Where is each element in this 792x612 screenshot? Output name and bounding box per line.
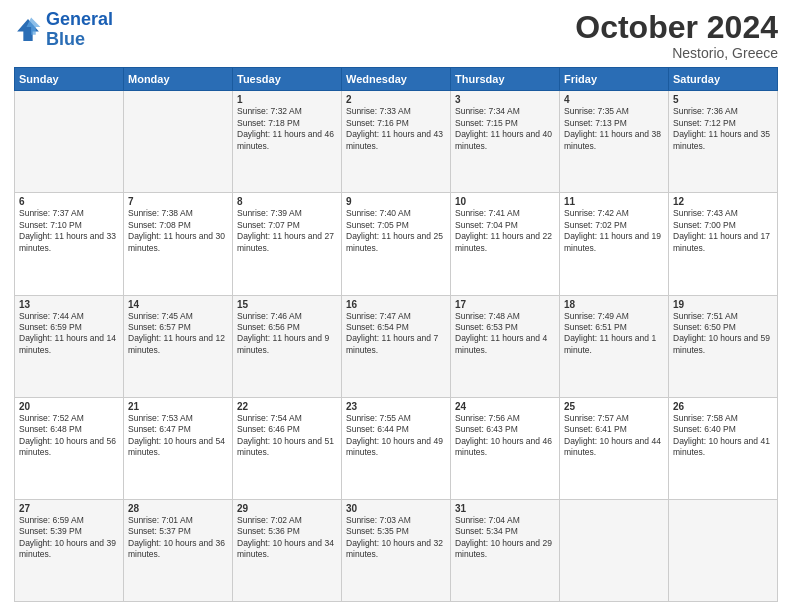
table-row: 1 Sunrise: 7:32 AMSunset: 7:18 PMDayligh…: [15, 91, 778, 193]
header-row: Sunday Monday Tuesday Wednesday Thursday…: [15, 68, 778, 91]
day-number: 14: [128, 299, 228, 310]
table-cell: 9 Sunrise: 7:40 AMSunset: 7:05 PMDayligh…: [342, 193, 451, 295]
day-number: 4: [564, 94, 664, 105]
day-number: 2: [346, 94, 446, 105]
sunrise-text: Sunrise: 7:53 AMSunset: 6:47 PMDaylight:…: [128, 413, 225, 457]
day-number: 31: [455, 503, 555, 514]
day-number: 17: [455, 299, 555, 310]
sunrise-text: Sunrise: 7:44 AMSunset: 6:59 PMDaylight:…: [19, 311, 116, 355]
logo-line2: Blue: [46, 29, 85, 49]
table-cell: 19 Sunrise: 7:51 AMSunset: 6:50 PMDaylig…: [669, 295, 778, 397]
sunrise-text: Sunrise: 7:47 AMSunset: 6:54 PMDaylight:…: [346, 311, 438, 355]
sunrise-text: Sunrise: 7:32 AMSunset: 7:18 PMDaylight:…: [237, 106, 334, 150]
day-number: 16: [346, 299, 446, 310]
table-row: 13 Sunrise: 7:44 AMSunset: 6:59 PMDaylig…: [15, 295, 778, 397]
table-cell: 15 Sunrise: 7:46 AMSunset: 6:56 PMDaylig…: [233, 295, 342, 397]
table-cell: 10 Sunrise: 7:41 AMSunset: 7:04 PMDaylig…: [451, 193, 560, 295]
table-cell: 24 Sunrise: 7:56 AMSunset: 6:43 PMDaylig…: [451, 397, 560, 499]
sunrise-text: Sunrise: 7:38 AMSunset: 7:08 PMDaylight:…: [128, 208, 225, 252]
sunrise-text: Sunrise: 6:59 AMSunset: 5:39 PMDaylight:…: [19, 515, 116, 559]
table-cell: 4 Sunrise: 7:35 AMSunset: 7:13 PMDayligh…: [560, 91, 669, 193]
table-row: 6 Sunrise: 7:37 AMSunset: 7:10 PMDayligh…: [15, 193, 778, 295]
month-title: October 2024: [575, 10, 778, 45]
table-cell: 22 Sunrise: 7:54 AMSunset: 6:46 PMDaylig…: [233, 397, 342, 499]
day-number: 26: [673, 401, 773, 412]
day-number: 8: [237, 196, 337, 207]
table-cell: 31 Sunrise: 7:04 AMSunset: 5:34 PMDaylig…: [451, 499, 560, 601]
sunrise-text: Sunrise: 7:57 AMSunset: 6:41 PMDaylight:…: [564, 413, 661, 457]
col-friday: Friday: [560, 68, 669, 91]
table-cell: [124, 91, 233, 193]
sunrise-text: Sunrise: 7:56 AMSunset: 6:43 PMDaylight:…: [455, 413, 552, 457]
sunrise-text: Sunrise: 7:34 AMSunset: 7:15 PMDaylight:…: [455, 106, 552, 150]
logo: General Blue: [14, 10, 113, 50]
table-cell: 11 Sunrise: 7:42 AMSunset: 7:02 PMDaylig…: [560, 193, 669, 295]
table-cell: 5 Sunrise: 7:36 AMSunset: 7:12 PMDayligh…: [669, 91, 778, 193]
col-monday: Monday: [124, 68, 233, 91]
table-cell: 28 Sunrise: 7:01 AMSunset: 5:37 PMDaylig…: [124, 499, 233, 601]
day-number: 7: [128, 196, 228, 207]
table-cell: 25 Sunrise: 7:57 AMSunset: 6:41 PMDaylig…: [560, 397, 669, 499]
day-number: 28: [128, 503, 228, 514]
day-number: 13: [19, 299, 119, 310]
day-number: 19: [673, 299, 773, 310]
sunrise-text: Sunrise: 7:48 AMSunset: 6:53 PMDaylight:…: [455, 311, 547, 355]
col-tuesday: Tuesday: [233, 68, 342, 91]
table-cell: 12 Sunrise: 7:43 AMSunset: 7:00 PMDaylig…: [669, 193, 778, 295]
sunrise-text: Sunrise: 7:41 AMSunset: 7:04 PMDaylight:…: [455, 208, 552, 252]
title-block: October 2024 Nestorio, Greece: [575, 10, 778, 61]
col-saturday: Saturday: [669, 68, 778, 91]
day-number: 5: [673, 94, 773, 105]
table-cell: [560, 499, 669, 601]
day-number: 21: [128, 401, 228, 412]
sunrise-text: Sunrise: 7:46 AMSunset: 6:56 PMDaylight:…: [237, 311, 329, 355]
day-number: 27: [19, 503, 119, 514]
day-number: 29: [237, 503, 337, 514]
day-number: 18: [564, 299, 664, 310]
table-cell: 13 Sunrise: 7:44 AMSunset: 6:59 PMDaylig…: [15, 295, 124, 397]
table-cell: 26 Sunrise: 7:58 AMSunset: 6:40 PMDaylig…: [669, 397, 778, 499]
table-cell: 6 Sunrise: 7:37 AMSunset: 7:10 PMDayligh…: [15, 193, 124, 295]
sunrise-text: Sunrise: 7:58 AMSunset: 6:40 PMDaylight:…: [673, 413, 770, 457]
sunrise-text: Sunrise: 7:51 AMSunset: 6:50 PMDaylight:…: [673, 311, 770, 355]
sunrise-text: Sunrise: 7:49 AMSunset: 6:51 PMDaylight:…: [564, 311, 656, 355]
day-number: 3: [455, 94, 555, 105]
sunrise-text: Sunrise: 7:39 AMSunset: 7:07 PMDaylight:…: [237, 208, 334, 252]
table-cell: 20 Sunrise: 7:52 AMSunset: 6:48 PMDaylig…: [15, 397, 124, 499]
table-cell: [15, 91, 124, 193]
table-cell: 14 Sunrise: 7:45 AMSunset: 6:57 PMDaylig…: [124, 295, 233, 397]
day-number: 22: [237, 401, 337, 412]
day-number: 10: [455, 196, 555, 207]
day-number: 30: [346, 503, 446, 514]
table-cell: 3 Sunrise: 7:34 AMSunset: 7:15 PMDayligh…: [451, 91, 560, 193]
sunrise-text: Sunrise: 7:02 AMSunset: 5:36 PMDaylight:…: [237, 515, 334, 559]
col-thursday: Thursday: [451, 68, 560, 91]
sunrise-text: Sunrise: 7:55 AMSunset: 6:44 PMDaylight:…: [346, 413, 443, 457]
sunrise-text: Sunrise: 7:42 AMSunset: 7:02 PMDaylight:…: [564, 208, 661, 252]
table-row: 27 Sunrise: 6:59 AMSunset: 5:39 PMDaylig…: [15, 499, 778, 601]
day-number: 12: [673, 196, 773, 207]
table-cell: [669, 499, 778, 601]
table-cell: 30 Sunrise: 7:03 AMSunset: 5:35 PMDaylig…: [342, 499, 451, 601]
table-cell: 18 Sunrise: 7:49 AMSunset: 6:51 PMDaylig…: [560, 295, 669, 397]
table-cell: 8 Sunrise: 7:39 AMSunset: 7:07 PMDayligh…: [233, 193, 342, 295]
location: Nestorio, Greece: [575, 45, 778, 61]
col-wednesday: Wednesday: [342, 68, 451, 91]
logo-text: General Blue: [46, 10, 113, 50]
sunrise-text: Sunrise: 7:33 AMSunset: 7:16 PMDaylight:…: [346, 106, 443, 150]
day-number: 1: [237, 94, 337, 105]
sunrise-text: Sunrise: 7:40 AMSunset: 7:05 PMDaylight:…: [346, 208, 443, 252]
table-cell: 17 Sunrise: 7:48 AMSunset: 6:53 PMDaylig…: [451, 295, 560, 397]
calendar-page: General Blue October 2024 Nestorio, Gree…: [0, 0, 792, 612]
day-number: 20: [19, 401, 119, 412]
day-number: 9: [346, 196, 446, 207]
day-number: 24: [455, 401, 555, 412]
table-cell: 27 Sunrise: 6:59 AMSunset: 5:39 PMDaylig…: [15, 499, 124, 601]
table-cell: 16 Sunrise: 7:47 AMSunset: 6:54 PMDaylig…: [342, 295, 451, 397]
sunrise-text: Sunrise: 7:43 AMSunset: 7:00 PMDaylight:…: [673, 208, 770, 252]
sunrise-text: Sunrise: 7:01 AMSunset: 5:37 PMDaylight:…: [128, 515, 225, 559]
logo-icon: [14, 16, 42, 44]
sunrise-text: Sunrise: 7:54 AMSunset: 6:46 PMDaylight:…: [237, 413, 334, 457]
col-sunday: Sunday: [15, 68, 124, 91]
table-row: 20 Sunrise: 7:52 AMSunset: 6:48 PMDaylig…: [15, 397, 778, 499]
